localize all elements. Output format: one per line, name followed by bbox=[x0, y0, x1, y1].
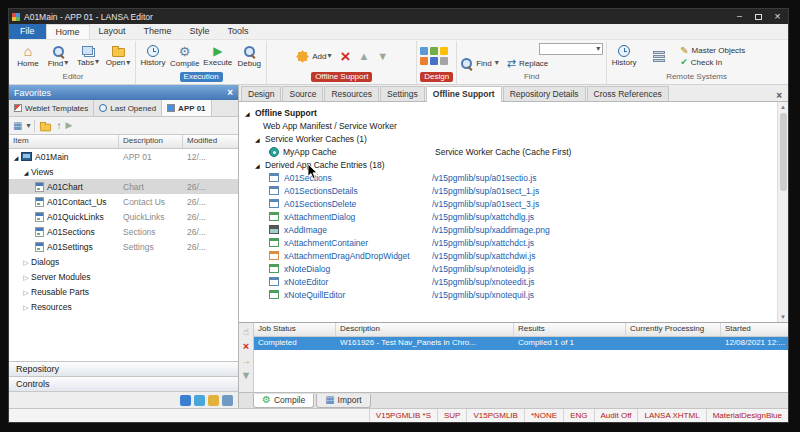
entry-name-link[interactable]: xAttachmentDialog bbox=[284, 212, 432, 222]
debug-button[interactable]: Debug bbox=[235, 45, 263, 68]
column-currently-processing[interactable]: Currently Processing bbox=[626, 323, 721, 336]
tree-row[interactable]: A01Sections Sections 26/... bbox=[9, 224, 238, 239]
offline-remove-icon[interactable] bbox=[341, 48, 351, 65]
replace-button[interactable]: Replace bbox=[507, 57, 549, 70]
master-objects-button[interactable]: Master Objects bbox=[680, 46, 745, 56]
ribbon-tab-home[interactable]: Home bbox=[46, 24, 90, 39]
repository-panel-header[interactable]: Repository bbox=[9, 361, 238, 376]
column-description[interactable]: Description bbox=[119, 135, 183, 148]
tree-row[interactable]: Reusable Parts bbox=[9, 284, 238, 299]
move-up-icon[interactable] bbox=[358, 51, 369, 62]
tree-row[interactable]: Server Modules bbox=[9, 269, 238, 284]
remote-history-button[interactable]: History bbox=[610, 45, 638, 67]
derived-entries-node[interactable]: Derived App Cache Entries (18) bbox=[239, 158, 777, 171]
entry-path-link[interactable]: /v15pgmlib/sup/xnotequil.js bbox=[432, 290, 534, 300]
collapse-icon[interactable] bbox=[21, 257, 31, 267]
close-tab-icon[interactable] bbox=[772, 91, 786, 101]
tree-row-selected[interactable]: A01Chart Chart 26/... bbox=[9, 179, 238, 194]
tab-repository-details[interactable]: Repository Details bbox=[503, 86, 586, 101]
scroll-up-icon[interactable]: ▲ bbox=[780, 102, 786, 112]
tab-settings[interactable]: Settings bbox=[380, 86, 425, 101]
entry-path-link[interactable]: /v15pgmlib/sup/a01sect_3.js bbox=[432, 199, 539, 209]
tree-row[interactable]: Resources bbox=[9, 299, 238, 314]
resubmit-icon[interactable] bbox=[241, 356, 251, 366]
maximize-button[interactable] bbox=[751, 14, 766, 20]
close-button[interactable]: × bbox=[770, 9, 785, 24]
cache-entry-row[interactable]: xAddImage /v15pgmlib/sup/xaddimage.png bbox=[239, 223, 777, 236]
entry-path-link[interactable]: /v15pgmlib/sup/xattchdwi.js bbox=[432, 251, 535, 261]
tree-row[interactable]: Views bbox=[9, 164, 238, 179]
open-button[interactable]: Open bbox=[104, 45, 132, 67]
cache-entry-row[interactable]: A01SectionsDelete /v15pgmlib/sup/a01sect… bbox=[239, 197, 777, 210]
column-item[interactable]: Item bbox=[9, 135, 119, 148]
offline-support-root-node[interactable]: Offline Support bbox=[239, 106, 777, 119]
entry-name-link[interactable]: xAttachmentDragAndDropWidget bbox=[284, 251, 432, 261]
cache-row[interactable]: MyApp Cache Service Worker Cache (Cache … bbox=[239, 145, 777, 158]
dock-icon-2[interactable] bbox=[194, 395, 205, 406]
collapse-icon[interactable] bbox=[21, 272, 31, 282]
entry-path-link[interactable]: /v15pgmlib/sup/a01sect_1.js bbox=[432, 186, 539, 196]
entry-path-link[interactable]: /v15pgmlib/sup/xaddimage.png bbox=[432, 225, 550, 235]
tabs-button[interactable]: Tabs bbox=[74, 46, 102, 67]
tree-row[interactable]: Dialogs bbox=[9, 254, 238, 269]
entry-path-link[interactable]: /v15pgmlib/sup/xnoteidlg.js bbox=[432, 264, 534, 274]
dock-icon-3[interactable] bbox=[208, 395, 219, 406]
column-started[interactable]: Started bbox=[721, 323, 788, 336]
ribbon-tab-layout[interactable]: Layout bbox=[90, 24, 135, 39]
cache-entry-row[interactable]: A01Sections /v15pgmlib/sup/a01sectio.js bbox=[239, 171, 777, 184]
ribbon-tab-style[interactable]: Style bbox=[181, 24, 219, 39]
tree-row[interactable]: A01Main APP 01 12/... bbox=[9, 149, 238, 164]
column-modified[interactable]: Modified bbox=[183, 135, 238, 148]
expand-icon[interactable] bbox=[255, 160, 265, 170]
design-tools-icons[interactable] bbox=[420, 47, 448, 65]
dock-icon-1[interactable] bbox=[180, 395, 191, 406]
vertical-scrollbar[interactable]: ▲ ▼ bbox=[777, 102, 788, 322]
entry-path-link[interactable]: /v15pgmlib/sup/xattchdct.js bbox=[432, 238, 534, 248]
offline-add-button[interactable]: Add bbox=[295, 50, 332, 63]
minimize-button[interactable]: – bbox=[732, 9, 747, 24]
cache-entry-row[interactable]: xNoteQuillEditor /v15pgmlib/sup/xnotequi… bbox=[239, 288, 777, 301]
history-button[interactable]: History bbox=[139, 45, 167, 67]
view-mode-icon[interactable] bbox=[13, 121, 22, 131]
tab-resources[interactable]: Resources bbox=[324, 86, 379, 101]
move-down-icon[interactable] bbox=[241, 370, 252, 381]
column-description[interactable]: Description bbox=[336, 323, 514, 336]
tab-compile[interactable]: Compile bbox=[253, 394, 314, 408]
expand-icon[interactable] bbox=[245, 108, 255, 118]
entry-name-link[interactable]: A01SectionsDetails bbox=[284, 186, 432, 196]
entry-name-link[interactable]: xAttachmentContainer bbox=[284, 238, 432, 248]
entry-path-link[interactable]: /v15pgmlib/sup/xnoteedit.js bbox=[432, 277, 535, 287]
controls-panel-header[interactable]: Controls bbox=[9, 376, 238, 391]
move-down-icon[interactable] bbox=[377, 51, 388, 62]
manifest-node[interactable]: Web App Manifest / Service Worker bbox=[239, 119, 777, 132]
tree-row[interactable]: A01Settings Settings 26/... bbox=[9, 239, 238, 254]
tab-app-01[interactable]: APP 01 bbox=[162, 100, 211, 116]
entry-name-link[interactable]: xNoteDialog bbox=[284, 264, 432, 274]
close-panel-icon[interactable] bbox=[227, 88, 233, 98]
expand-icon[interactable] bbox=[21, 167, 31, 177]
check-in-button[interactable]: Check In bbox=[680, 58, 722, 67]
column-job-status[interactable]: Job Status bbox=[254, 323, 336, 336]
tab-design[interactable]: Design bbox=[241, 86, 281, 101]
entry-path-link[interactable]: /v15pgmlib/sup/xattchdlg.js bbox=[432, 212, 534, 222]
tree-row[interactable]: A01QuickLinks QuickLinks 26/... bbox=[9, 209, 238, 224]
entry-path-link[interactable]: /v15pgmlib/sup/a01sectio.js bbox=[432, 173, 536, 183]
cache-entry-row[interactable]: xNoteDialog /v15pgmlib/sup/xnoteidlg.js bbox=[239, 262, 777, 275]
column-results[interactable]: Results bbox=[514, 323, 626, 336]
ribbon-tab-tools[interactable]: Tools bbox=[219, 24, 258, 39]
tab-source[interactable]: Source bbox=[282, 86, 323, 101]
entry-name-link[interactable]: xNoteQuillEditor bbox=[284, 290, 432, 300]
cache-entry-row[interactable]: A01SectionsDetails /v15pgmlib/sup/a01sec… bbox=[239, 184, 777, 197]
cache-entry-row[interactable]: xAttachmentDialog /v15pgmlib/sup/xattchd… bbox=[239, 210, 777, 223]
compile-button[interactable]: Compile bbox=[169, 45, 200, 68]
find-button[interactable]: Find bbox=[44, 45, 72, 68]
execute-button[interactable]: Execute bbox=[202, 45, 233, 67]
ribbon-tab-theme[interactable]: Theme bbox=[135, 24, 181, 39]
tab-weblet-templates[interactable]: Weblet Templates bbox=[9, 100, 94, 116]
job-row-selected[interactable]: Completed W161926 - Test Nav_Panels in C… bbox=[254, 337, 788, 350]
tab-cross-references[interactable]: Cross References bbox=[587, 86, 669, 101]
file-menu[interactable]: File bbox=[9, 24, 46, 39]
home-button[interactable]: Home bbox=[14, 44, 42, 68]
cache-entry-row[interactable]: xAttachmentDragAndDropWidget /v15pgmlib/… bbox=[239, 249, 777, 262]
tab-offline-support[interactable]: Offline Support bbox=[426, 86, 502, 102]
